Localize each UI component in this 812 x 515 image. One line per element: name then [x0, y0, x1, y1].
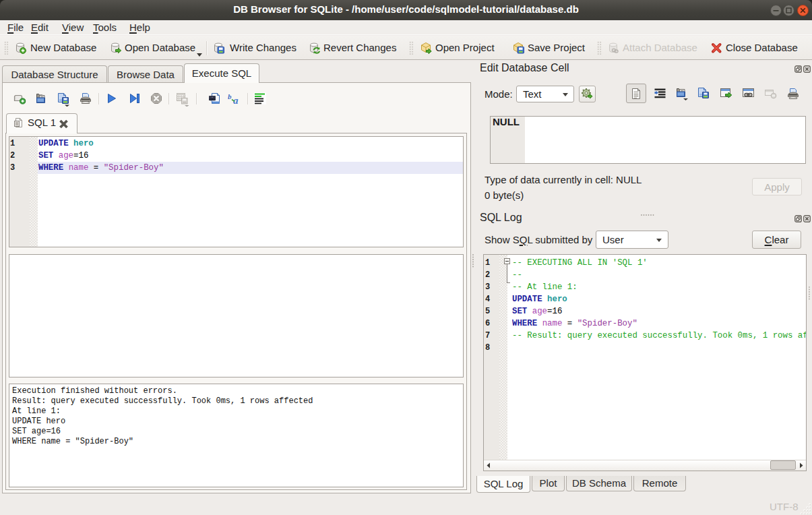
svg-text:a: a: [233, 95, 239, 105]
svg-text:b: b: [228, 92, 232, 100]
